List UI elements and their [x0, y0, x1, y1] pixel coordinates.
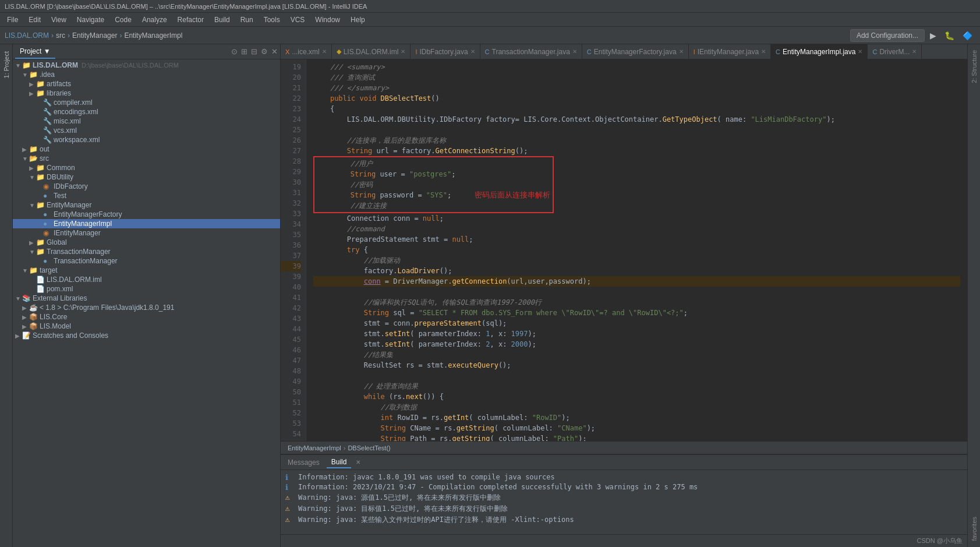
code-line-22: public void DBSelectTest() [313, 93, 960, 104]
tree-item-out[interactable]: ▶ 📁 out [13, 144, 280, 154]
close-tab-icon[interactable]: ✕ [572, 48, 577, 55]
code-line-39: conn = DriverManager.getConnection(url,u… [313, 276, 960, 287]
code-line-35: PreparedStatement stmt = null; [313, 234, 960, 245]
file-tab-service-xml[interactable]: X ...ice.xml ✕ [281, 44, 332, 59]
info-icon: ℹ [285, 483, 295, 492]
tree-item-ientitymanager[interactable]: ◉ IEntityManager [13, 228, 280, 238]
collapse-all-icon[interactable]: ⊟ [251, 47, 257, 56]
footer-text: CSDN @小乌鱼 [917, 537, 963, 545]
code-line-54: String Path = rs.getString( columnLabel:… [313, 433, 960, 441]
tree-toolbar: ⊙ ⊞ ⊟ ⚙ ✕ [231, 47, 278, 56]
close-tab-icon[interactable]: ✕ [470, 48, 475, 55]
tree-item-workspace-xml[interactable]: 🔧 workspace.xml [13, 135, 280, 144]
file-tab-emimpl[interactable]: C EntityManagerImpl.java ✕ [771, 44, 868, 59]
tree-item-global[interactable]: ▶ 📁 Global [13, 238, 280, 247]
menu-item-refactor[interactable]: Refactor [173, 15, 208, 25]
structure-label[interactable]: 2: Structure [969, 47, 979, 87]
close-tab-icon[interactable]: ✕ [858, 48, 862, 55]
tree-item-compiler-xml[interactable]: 🔧 compiler.xml [13, 98, 280, 107]
close-bottom-panel[interactable]: ✕ [356, 459, 360, 465]
tree-item-lis-model[interactable]: ▶ 📦 LIS.Model [13, 322, 280, 331]
run-button[interactable]: ▶ [927, 30, 939, 41]
code-line-34: //command [313, 224, 960, 234]
annotation-text: 密码后面从连接串解析 [475, 190, 550, 200]
tree-item-target[interactable]: ▼ 📁 target [13, 266, 280, 275]
tree-item-ext-libs[interactable]: ▼ 📚 External Libraries [13, 294, 280, 303]
build-tab[interactable]: Build [327, 457, 352, 468]
breadcrumb-class: EntityManagerImpl [288, 444, 341, 451]
tree-item-root[interactable]: ▼ 📁 LIS.DAL.ORM D:\jbase\jbase\DAL\LIS.D… [13, 61, 280, 70]
close-tab-icon[interactable]: ✕ [401, 48, 405, 55]
tree-item-libraries[interactable]: ▶ 📁 libraries [13, 89, 280, 98]
menu-bar: FileEditViewNavigateCodeAnalyzeRefactorB… [0, 13, 980, 27]
tree-item-emimpl[interactable]: ● EntityManagerImpl [13, 219, 280, 228]
breadcrumb-part4: EntityManagerImpl [124, 31, 182, 40]
tree-item-entitymanager[interactable]: ▼ 📁 EntityManager [13, 200, 280, 210]
tree-item-transactionmanager-class[interactable]: ● TransactionManager [13, 256, 280, 266]
favorites-label[interactable]: favorites [969, 513, 979, 545]
breadcrumb-part2: src [56, 31, 65, 40]
tree-item-test[interactable]: ● Test [13, 191, 280, 200]
file-tab-idbfactory[interactable]: I IDbFactory.java ✕ [411, 44, 480, 59]
left-tabs: Project ▼ ⊙ ⊞ ⊟ ⚙ ✕ [13, 44, 280, 59]
close-panel-icon[interactable]: ✕ [271, 47, 278, 56]
tree-item-src[interactable]: ▼ 📂 src [13, 154, 280, 163]
close-tab-icon[interactable]: ✕ [322, 48, 327, 55]
menu-item-tools[interactable]: Tools [259, 15, 285, 25]
tree-item-idbfactory[interactable]: ◉ IDbFactory [13, 182, 280, 191]
code-line-49: // 处理查询结果 [313, 381, 960, 391]
settings-icon[interactable]: ⚙ [261, 47, 268, 56]
file-tab-iml[interactable]: ◆ LIS.DAL.ORM.iml ✕ [332, 44, 411, 59]
tree-item-misc-xml[interactable]: 🔧 misc.xml [13, 117, 280, 126]
tree-item-lis-core[interactable]: ▶ 📦 LIS.Core [13, 312, 280, 322]
menu-item-navigate[interactable]: Navigate [72, 15, 109, 25]
menu-item-build[interactable]: Build [210, 15, 235, 25]
bottom-panel: Messages Build ✕ ℹ Information: javac 1.… [281, 454, 967, 547]
scope-icon[interactable]: ⊙ [231, 47, 238, 56]
menu-item-run[interactable]: Run [236, 15, 258, 25]
tree-item-artifacts[interactable]: ▶ 📁 artifacts [13, 79, 280, 89]
file-tabs: X ...ice.xml ✕ ◆ LIS.DAL.ORM.iml ✕ I IDb… [281, 44, 967, 59]
file-tab-ientity[interactable]: I IEntityManager.java ✕ [689, 44, 771, 59]
editor-area[interactable]: 19 20 21 22 23 24 25 26 27 28 29 30 31 3… [281, 59, 967, 454]
tree-item-scratches[interactable]: ▶ 📝 Scratches and Consoles [13, 331, 280, 340]
menu-item-edit[interactable]: Edit [24, 15, 45, 25]
tree-item-lis-iml[interactable]: 📄 LIS.DAL.ORM.iml [13, 275, 280, 284]
code-line-28: //用户 [317, 158, 550, 169]
tree-item-idea[interactable]: ▼ 📁 .idea [13, 70, 280, 79]
menu-item-code[interactable]: Code [110, 15, 136, 25]
profile-button[interactable]: 🔷 [960, 30, 975, 41]
close-tab-icon[interactable]: ✕ [761, 48, 766, 55]
code-line-33: Connection conn = null; [313, 213, 960, 224]
expand-all-icon[interactable]: ⊞ [241, 47, 247, 56]
tree-item-transactionmanager-folder[interactable]: ▼ 📁 TransactionManager [13, 247, 280, 256]
menu-item-file[interactable]: File [2, 15, 23, 25]
add-configuration-button[interactable]: Add Configuration... [850, 29, 925, 42]
file-tab-transaction[interactable]: C TransactionManager.java ✕ [480, 44, 582, 59]
menu-item-vcs[interactable]: VCS [286, 15, 310, 25]
tree-item-pom[interactable]: 📄 pom.xml [13, 284, 280, 294]
project-tab[interactable]: Project ▼ [15, 45, 55, 59]
tree-item-dbutility[interactable]: ▼ 📁 DBUtility [13, 172, 280, 182]
debug-button[interactable]: 🐛 [942, 30, 957, 41]
message-4: ⚠ Warning: java: 目标值1.5已过时, 将在未来所有发行版中删除 [285, 503, 963, 514]
menu-item-help[interactable]: Help [346, 15, 370, 25]
close-tab-icon[interactable]: ✕ [912, 48, 917, 55]
tree-item-encodings-xml[interactable]: 🔧 encodings.xml [13, 107, 280, 117]
messages-tab[interactable]: Messages [283, 457, 324, 468]
tree-item-emfactory[interactable]: ● EntityManagerFactory [13, 210, 280, 219]
message-3: ⚠ Warning: java: 源值1.5已过时, 将在未来所有发行版中删除 [285, 492, 963, 503]
tree-item-common[interactable]: ▶ 📁 Common [13, 163, 280, 172]
menu-item-window[interactable]: Window [310, 15, 345, 25]
tree-item-jdk[interactable]: ▶ ☕ < 1.8 > C:\Program Files\Java\jdk1.8… [13, 303, 280, 312]
code-line-29: String user = "postgres"; [317, 169, 550, 179]
code-line-41: //编译和执行SQL语句, 传输SQL查询查询1997-2000行 [313, 297, 960, 308]
file-tab-driver[interactable]: C DriverM... ✕ [868, 44, 922, 59]
project-panel-label[interactable]: 1: Project [1, 47, 12, 83]
code-area[interactable]: /// <summary> /// 查询测试 /// </summary> pu… [306, 59, 967, 441]
menu-item-view[interactable]: View [47, 15, 71, 25]
close-tab-icon[interactable]: ✕ [679, 48, 684, 55]
tree-item-vcs-xml[interactable]: 🔧 vcs.xml [13, 126, 280, 135]
file-tab-emfactory[interactable]: C EntityManagerFactory.java ✕ [582, 44, 689, 59]
menu-item-analyze[interactable]: Analyze [137, 15, 172, 25]
